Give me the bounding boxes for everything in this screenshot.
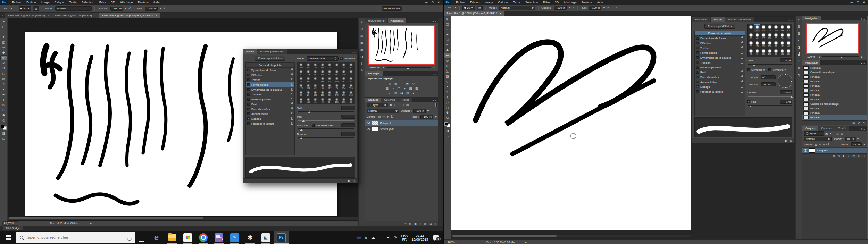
gradient-tool[interactable]: ▧ — [444, 74, 451, 79]
collapse-dock-icon[interactable]: « — [359, 19, 365, 25]
lock-icon[interactable] — [741, 81, 743, 83]
tab-navigation[interactable]: Navigation — [802, 16, 821, 20]
selective-color-icon[interactable]: ◒ — [411, 91, 417, 95]
visibility-eye-icon[interactable] — [367, 122, 370, 124]
color-panel-icon[interactable]: ▦ — [796, 24, 802, 29]
brush-tip-preset[interactable]: 50 — [748, 40, 754, 48]
document-tab[interactable]: Sans titre-3 @ 86,1% (Calque 1, RVB/8) *… — [99, 13, 160, 18]
zoom-level-input[interactable]: 100% — [446, 240, 460, 244]
flow-input[interactable]: 100 % — [589, 6, 601, 10]
menu-item[interactable]: Calque — [496, 1, 511, 4]
brush-setting-row[interactable]: Pose du pinceau — [246, 97, 294, 102]
lock-all-icon[interactable] — [826, 144, 829, 145]
brush-tip-preset[interactable]: 40 — [754, 32, 760, 40]
history-state[interactable]: Pinceau — [802, 111, 867, 115]
tab-navigation[interactable]: Navigation — [388, 18, 407, 23]
filter-type-icon[interactable]: T — [398, 103, 400, 107]
taille-slider[interactable] — [298, 111, 354, 112]
lock-icon[interactable] — [741, 37, 743, 39]
brush-preset[interactable]: 420 — [326, 104, 333, 104]
flow-dropdown-icon[interactable] — [159, 8, 161, 9]
windows-ink-icon[interactable]: ✎ — [394, 235, 397, 240]
blur-tool[interactable]: ○ — [444, 79, 451, 84]
pas-value[interactable] — [341, 115, 355, 119]
brush-size-picker[interactable]: 29 — [462, 6, 475, 10]
layer-blend-mode-select[interactable]: Normal — [367, 109, 399, 113]
zoom-tool[interactable]: ◎ — [444, 115, 451, 120]
lock-icon[interactable] — [741, 91, 743, 93]
brush-preset[interactable]: 137 — [326, 83, 333, 90]
menu-item[interactable]: 3D — [109, 1, 118, 4]
layer-opacity-dropdown-icon[interactable] — [857, 138, 859, 140]
brush-preset[interactable]: 110 — [319, 90, 326, 97]
layer-style-icon[interactable]: fx — [409, 222, 411, 225]
link-layers-icon[interactable]: ∞ — [404, 222, 407, 225]
flip-x-checkbox[interactable] — [747, 68, 750, 71]
taskbar-photos[interactable]: ◣ — [258, 231, 274, 244]
pas-slider[interactable] — [298, 120, 354, 121]
menu-item[interactable]: Edition — [468, 1, 482, 4]
lock-transparency-icon[interactable]: ▨ — [815, 143, 818, 146]
nombre-slider[interactable] — [298, 137, 354, 138]
layer-row[interactable]: Arrière-plan — [365, 126, 438, 132]
both-axes-checkbox[interactable] — [312, 124, 315, 127]
foreground-color-swatch[interactable] — [444, 122, 448, 126]
hardness-value[interactable]: 100 % — [780, 90, 792, 94]
brush-setting-row[interactable]: Transfert — [695, 60, 745, 65]
brightness-contrast-icon[interactable]: ☀ — [387, 82, 393, 86]
zoom-level-input[interactable]: 86,07 % — [2, 221, 18, 226]
panel-dropdown-icon[interactable]: ▾ — [432, 20, 434, 23]
new-brush-icon[interactable]: ⊞ — [790, 139, 792, 142]
filter-smart-object-icon[interactable]: ▤ — [841, 132, 843, 135]
brush-preset[interactable]: 274 — [340, 83, 348, 90]
brush-preset[interactable]: 12 — [333, 62, 341, 69]
brush-preset[interactable]: 20 — [348, 104, 355, 104]
brush-setting-row[interactable]: Dynamique de forme — [246, 68, 294, 73]
lasso-tool[interactable]: ∽ — [0, 29, 7, 34]
setting-checkbox[interactable] — [696, 76, 699, 78]
brush-tip-shape-header[interactable]: Forme de la pointe — [246, 63, 294, 68]
lock-position-icon[interactable]: ✛ — [386, 115, 389, 118]
tool-preset-dropdown-icon[interactable] — [11, 8, 13, 9]
new-brush-icon[interactable]: ⊞ — [353, 179, 355, 183]
microphone-icon[interactable] — [128, 236, 130, 239]
taskbar-search[interactable] — [16, 232, 135, 243]
brush-tool[interactable]: ✏ — [0, 55, 7, 60]
properties-panel-icon[interactable]: ▤ — [359, 33, 365, 39]
brush-preset[interactable]: 138 — [340, 97, 348, 104]
new-layer-icon[interactable]: ⊞ — [858, 154, 860, 158]
panel-menu-icon[interactable]: ≡ — [863, 18, 865, 20]
brush-setting-row[interactable]: Diffusion — [246, 73, 294, 77]
menu-item[interactable]: 3D — [552, 1, 561, 4]
move-tool[interactable]: ➤ — [0, 19, 7, 24]
opacity-input[interactable]: 100 % — [110, 7, 123, 11]
brush-tip-preset[interactable]: 160 — [767, 40, 773, 48]
brush-preset[interactable]: 89 — [298, 76, 305, 83]
brush-preset[interactable]: 8 — [348, 76, 355, 83]
new-layer-icon[interactable]: ⊞ — [429, 222, 432, 225]
brush-preset[interactable]: 176 — [312, 104, 319, 104]
layer-blend-mode-select[interactable]: Normal — [804, 137, 832, 141]
expand-dock-icon[interactable]: » — [788, 19, 790, 22]
brush-setting-row[interactable]: Bords humides — [246, 107, 294, 111]
visibility-eye-icon[interactable] — [804, 149, 807, 152]
clone-stamp-tool[interactable]: ⊙ — [444, 58, 451, 63]
color-panel-icon[interactable]: ▦ — [359, 40, 365, 45]
brush-preset[interactable]: 33 — [298, 97, 305, 104]
brush-tip-preset[interactable]: 39 — [773, 40, 779, 48]
dodge-tool[interactable]: ◖ — [444, 84, 451, 89]
spacing-value[interactable]: 1 % — [780, 100, 792, 104]
brush-preset[interactable]: 224 — [305, 69, 312, 76]
lock-icon[interactable] — [291, 79, 293, 81]
setting-checkbox[interactable] — [247, 98, 250, 101]
lock-icon[interactable] — [291, 69, 293, 71]
brush-tip-preset[interactable]: 65 — [773, 32, 779, 40]
brush-tip-preset[interactable]: 25 — [767, 24, 773, 32]
task-view-button[interactable] — [135, 231, 149, 244]
layer-row[interactable]: Calque 1 — [365, 120, 438, 126]
navigation-proxy[interactable] — [806, 23, 859, 54]
crop-tool[interactable]: ◱ — [0, 40, 7, 45]
symmetry-checkbox[interactable] — [340, 57, 343, 60]
brush-preset[interactable]: 135 — [312, 69, 319, 76]
layers-panel-tab[interactable]: Tracés — [398, 98, 412, 102]
